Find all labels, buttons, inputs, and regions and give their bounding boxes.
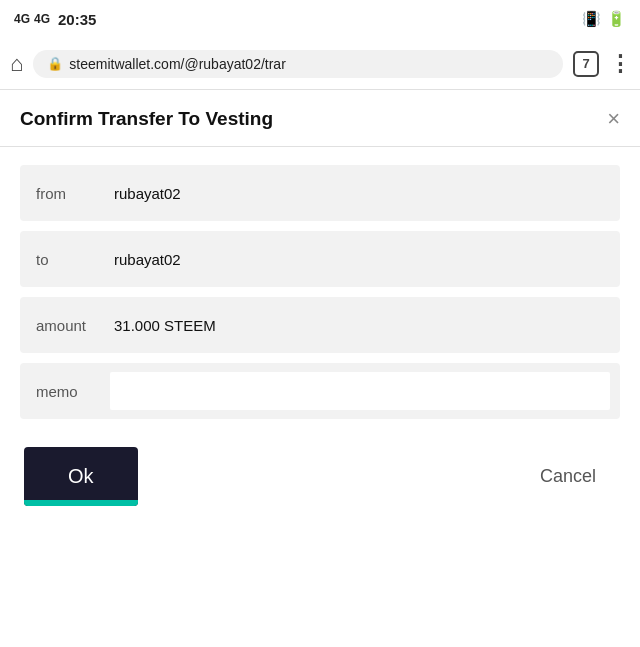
- tab-count[interactable]: 7: [573, 51, 599, 77]
- status-bar: 4G 4G 20:35 📳 🔋: [0, 0, 640, 38]
- buttons-row: Ok Cancel: [20, 447, 620, 506]
- cancel-button[interactable]: Cancel: [520, 456, 616, 497]
- to-label: to: [20, 251, 110, 268]
- header-divider: [0, 146, 640, 147]
- more-menu-icon[interactable]: ⋮: [609, 51, 630, 77]
- ok-button[interactable]: Ok: [24, 447, 138, 506]
- close-button[interactable]: ×: [607, 108, 620, 130]
- battery-icon: 🔋: [607, 10, 626, 28]
- confirm-dialog: Confirm Transfer To Vesting × from rubay…: [0, 90, 640, 530]
- status-right: 📳 🔋: [582, 10, 626, 28]
- dialog-title: Confirm Transfer To Vesting: [20, 108, 273, 130]
- vibrate-icon: 📳: [582, 10, 601, 28]
- url-text: steemitwallet.com/@rubayat02/trar: [69, 56, 549, 72]
- home-icon[interactable]: ⌂: [10, 51, 23, 77]
- status-time: 20:35: [58, 11, 96, 28]
- memo-input[interactable]: [110, 372, 610, 410]
- from-label: from: [20, 185, 110, 202]
- amount-field-row: amount 31.000 STEEM: [20, 297, 620, 353]
- browser-bar: ⌂ 🔒 steemitwallet.com/@rubayat02/trar 7 …: [0, 38, 640, 90]
- to-value: rubayat02: [110, 237, 620, 282]
- signal-icon: 4G: [14, 12, 30, 26]
- from-value: rubayat02: [110, 171, 620, 216]
- memo-field-row: memo: [20, 363, 620, 419]
- signal-icon2: 4G: [34, 12, 50, 26]
- amount-label: amount: [20, 317, 110, 334]
- memo-label: memo: [20, 383, 110, 400]
- to-field-row: to rubayat02: [20, 231, 620, 287]
- status-left: 4G 4G 20:35: [14, 11, 96, 28]
- address-bar[interactable]: 🔒 steemitwallet.com/@rubayat02/trar: [33, 50, 563, 78]
- amount-value: 31.000 STEEM: [110, 303, 620, 348]
- from-field-row: from rubayat02: [20, 165, 620, 221]
- lock-icon: 🔒: [47, 56, 63, 71]
- dialog-header: Confirm Transfer To Vesting ×: [20, 108, 620, 130]
